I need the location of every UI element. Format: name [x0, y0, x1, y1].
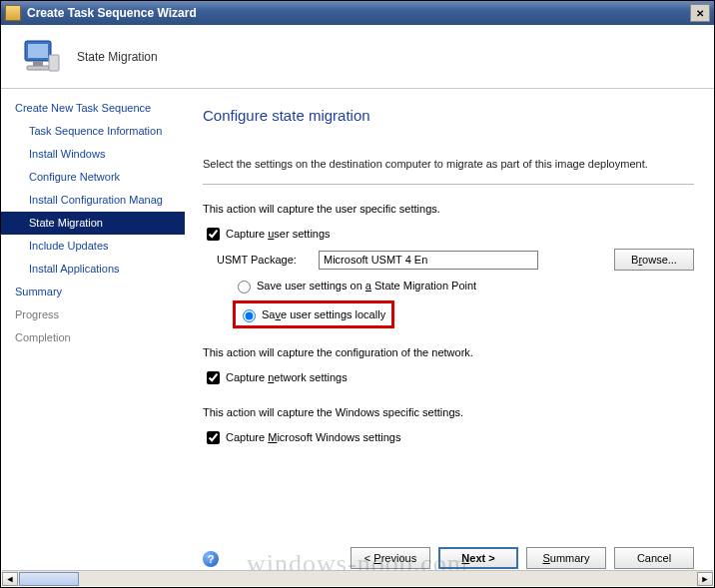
titlebar: Create Task Sequence Wizard ✕	[1, 1, 714, 25]
browse-button[interactable]: < Browse...	[614, 249, 694, 271]
usmt-package-label: USMT Package:	[217, 254, 313, 266]
sidebar-item-0[interactable]: Create New Task Sequence	[1, 97, 185, 120]
capture-windows-label[interactable]: Capture Microsoft Windows settings	[226, 431, 400, 443]
summary-button[interactable]: Summary	[526, 547, 606, 569]
app-icon	[5, 5, 21, 21]
close-button[interactable]: ✕	[690, 4, 710, 22]
usmt-package-input[interactable]	[319, 251, 538, 270]
cancel-button[interactable]: Cancel	[614, 547, 694, 569]
scroll-right-arrow[interactable]: ►	[697, 572, 713, 586]
highlight-box: Save user settings locally	[233, 300, 394, 328]
sidebar-item-2[interactable]: Install Windows	[1, 143, 185, 166]
wizard-body: Create New Task SequenceTask Sequence In…	[1, 89, 714, 581]
page-heading: Configure state migration	[203, 107, 694, 124]
svg-rect-2	[33, 61, 43, 66]
window-title: Create Task Sequence Wizard	[27, 6, 690, 20]
capture-network-checkbox[interactable]	[207, 371, 220, 384]
save-smp-row: Save user settings on a State Migration …	[203, 275, 694, 296]
sidebar: Create New Task SequenceTask Sequence In…	[1, 89, 185, 581]
sidebar-item-1[interactable]: Task Sequence Information	[1, 120, 185, 143]
computer-icon	[19, 35, 63, 79]
capture-network-label[interactable]: Capture network settings	[226, 371, 348, 383]
help-icon[interactable]: ?	[203, 551, 219, 567]
sidebar-item-6[interactable]: Include Updates	[1, 235, 185, 258]
capture-user-label[interactable]: Capture user settings	[226, 228, 331, 240]
header-subtitle: State Migration	[77, 50, 158, 64]
save-local-row: Save user settings locally	[203, 300, 694, 328]
scroll-thumb[interactable]	[19, 572, 79, 586]
wizard-buttons: < Previous Next > Summary Cancel	[351, 547, 694, 569]
separator	[203, 184, 694, 185]
scroll-left-arrow[interactable]: ◄	[2, 572, 18, 586]
horizontal-scrollbar[interactable]: ◄ ►	[2, 570, 713, 586]
next-button[interactable]: Next >	[438, 547, 518, 569]
capture-user-row: Capture user settings	[203, 223, 694, 245]
svg-rect-1	[28, 44, 48, 58]
usmt-package-row: USMT Package: < Browse...	[203, 249, 694, 271]
sidebar-item-3[interactable]: Configure Network	[1, 166, 185, 189]
save-local-radio[interactable]	[243, 309, 256, 322]
save-smp-label[interactable]: Save user settings on a State Migration …	[257, 280, 476, 292]
section-network-desc: This action will capture the configurati…	[203, 346, 694, 358]
sidebar-item-9[interactable]: Progress	[1, 303, 185, 326]
capture-network-row: Capture network settings	[203, 366, 694, 388]
capture-windows-row: Capture Microsoft Windows settings	[203, 426, 694, 448]
capture-windows-checkbox[interactable]	[207, 431, 220, 444]
svg-rect-3	[27, 66, 49, 70]
main-panel: Configure state migration Select the set…	[185, 89, 714, 581]
wizard-header: State Migration	[1, 25, 714, 89]
sidebar-item-8[interactable]: Summary	[1, 281, 185, 303]
section-user-desc: This action will capture the user specif…	[203, 203, 694, 215]
svg-rect-4	[49, 55, 59, 71]
section-windows-desc: This action will capture the Windows spe…	[203, 406, 694, 418]
previous-button[interactable]: < Previous	[351, 547, 430, 569]
page-instruction: Select the settings on the destination c…	[203, 158, 694, 170]
sidebar-item-10[interactable]: Completion	[1, 326, 185, 349]
save-smp-radio[interactable]	[238, 281, 251, 294]
save-local-label[interactable]: Save user settings locally	[262, 308, 385, 320]
sidebar-item-5[interactable]: State Migration	[1, 212, 185, 235]
sidebar-item-7[interactable]: Install Applications	[1, 258, 185, 281]
sidebar-item-4[interactable]: Install Configuration Manag	[1, 189, 185, 212]
capture-user-checkbox[interactable]	[207, 228, 220, 241]
